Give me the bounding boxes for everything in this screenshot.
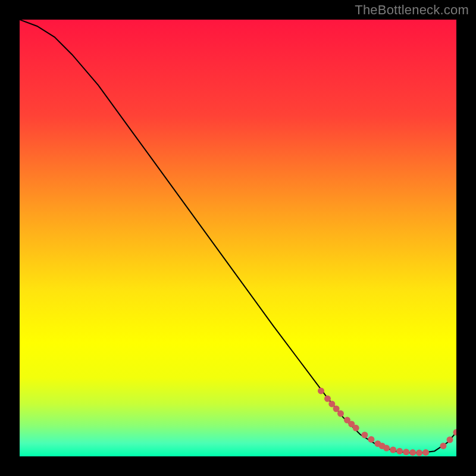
marker-dot — [318, 387, 324, 394]
marker-dot — [440, 443, 447, 449]
marker-dot — [324, 396, 331, 402]
marker-dot — [422, 449, 429, 456]
marker-dot — [416, 450, 422, 456]
marker-dot — [447, 437, 453, 443]
marker-dot — [396, 448, 403, 455]
plot-area — [20, 20, 456, 456]
marker-dot — [409, 449, 416, 456]
marker-dot — [390, 447, 396, 453]
marker-dot — [383, 445, 390, 452]
marker-dot — [368, 436, 374, 443]
marker-dot — [337, 411, 344, 417]
marker-dot — [403, 449, 409, 455]
marker-dot — [353, 425, 359, 431]
gradient-rect — [20, 20, 456, 456]
chart-svg — [20, 20, 456, 456]
marker-dot — [333, 406, 340, 412]
watermark-text: TheBottleneck.com — [355, 2, 469, 18]
marker-dot — [361, 432, 368, 439]
chart-frame: TheBottleneck.com — [0, 0, 476, 476]
